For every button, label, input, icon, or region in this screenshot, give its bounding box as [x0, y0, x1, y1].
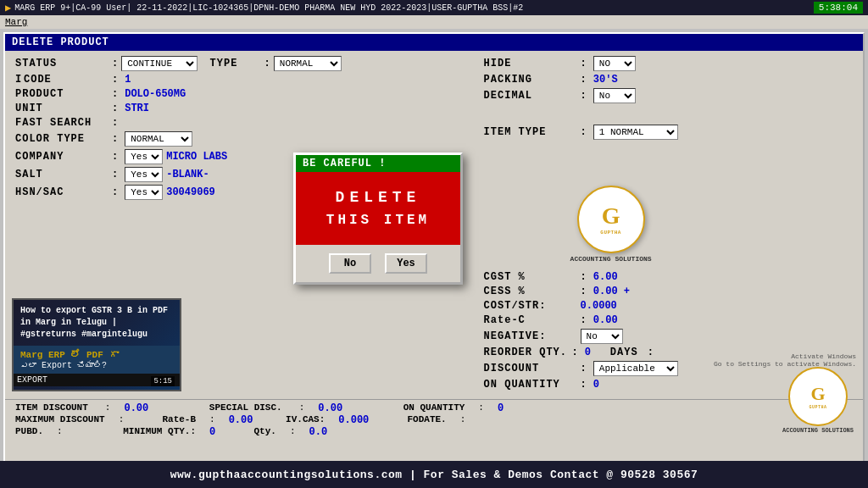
min-qty-label: MINIMUM QTY.: [123, 426, 196, 438]
item-type-select[interactable]: 1 NORMAL2 OTHER [593, 125, 678, 140]
bottom-bar: www.gupthaaccountingsolutions.com | For … [0, 461, 868, 488]
status-select[interactable]: CONTINUE INACTIVE DELETED [121, 56, 198, 71]
discount-select[interactable]: Applicable Not Applicable [593, 361, 678, 376]
iv-cas-label: IV.CAS: [286, 414, 325, 426]
logo-name-bottom: GUPTHA [809, 405, 826, 410]
modal-dialog: BE CAREFUL ! DELETE THIS ITEM No Yes [293, 152, 463, 285]
unit-value: STRI [125, 103, 149, 114]
status-label: STATUS [15, 58, 108, 69]
on-quantity-label: ON QUANTITY [484, 379, 577, 391]
modal-header: BE CAREFUL ! [296, 155, 460, 172]
decimal-select[interactable]: NoYes [593, 88, 636, 103]
decimal-row: DECIMAL : NoYes [484, 88, 856, 103]
logo-letter: G [602, 202, 620, 230]
fodate-label: FODATE. [408, 414, 447, 426]
spacer1 [484, 106, 856, 125]
code-value: 1 [125, 74, 131, 86]
packing-label: PACKING [484, 74, 577, 86]
on-quantity-value: 0 [593, 379, 599, 391]
discount-label: DISCOUNT [484, 363, 577, 374]
unit-label: UNIT [15, 103, 108, 114]
modal-buttons: No Yes [296, 245, 460, 282]
max-discount-label: MAXIMUM DISCOUNT [15, 414, 105, 426]
menu-bar[interactable]: Marg [0, 15, 868, 29]
cgst-row: CGST % : 6.00 [484, 271, 856, 283]
spacer3 [484, 154, 856, 166]
cost-str-label: COST/STR: [484, 300, 577, 312]
packing-value: 30'S [593, 74, 618, 86]
product-row: PRODUCT : DOLO-650MG [15, 88, 467, 100]
rate-c-value: 0.00 [593, 314, 618, 326]
status-row: STATUS : CONTINUE INACTIVE DELETED TYPE … [15, 56, 467, 71]
logo-letter-bottom: G [810, 383, 825, 405]
logo-subtitle: ACCOUNTING SOLUTIONS [570, 255, 652, 263]
code-row: I CODE : 1 [15, 74, 467, 86]
time-display: 5:38:04 [814, 3, 863, 13]
salt-value: -BLANK- [166, 169, 209, 180]
logo-circle-bottom: G GUPTHA [788, 367, 848, 426]
negative-label: NEGATIVE: [484, 330, 577, 342]
hsn-value: 30049069 [166, 186, 215, 198]
bottom-form-area: ITEM DISCOUNT : 0.00 SPECIAL DISC. : 0.0… [5, 399, 863, 441]
days-label: DAYS [610, 347, 644, 358]
item-discount-value: 0.00 [124, 402, 148, 414]
bottom-bar-text: www.gupthaaccountingsolutions.com | For … [170, 469, 698, 481]
rate-c-label: Rate-C [484, 314, 577, 326]
hide-row: HIDE : NOYES [484, 56, 856, 71]
cursor-indicator: I [15, 74, 24, 86]
title-bar: ▶ MARG ERP 9+|CA-99 User| 22-11-2022|LIC… [0, 0, 868, 15]
modal-yes-button[interactable]: Yes [385, 253, 427, 274]
video-title: How to export GSTR 3 B in PDF in Marg in… [14, 300, 180, 346]
hide-label: HIDE [484, 58, 577, 69]
item-type-label: ITEM TYPE [484, 126, 577, 138]
window-title: DELETE PRODUCT [5, 34, 863, 51]
menu-marg[interactable]: Marg [5, 17, 27, 27]
color-type-select[interactable]: NORMAL RED GREEN [125, 131, 192, 147]
modal-no-button[interactable]: No [329, 253, 371, 274]
hsn-yes-select[interactable]: YesNo [125, 185, 163, 200]
video-export-label: EXPORT [17, 375, 47, 385]
video-marg-label: Marg ERP లో PDF గా [20, 349, 173, 360]
negative-row: NEGATIVE: NoYes [484, 329, 856, 344]
packing-row: PACKING : 30'S [484, 74, 856, 86]
negative-select[interactable]: NoYes [581, 329, 623, 344]
iv-cas-value: 0.000 [338, 414, 369, 426]
company-name: MICRO LABS [166, 151, 227, 163]
bottom-row-2: MAXIMUM DISCOUNT : Rate-B : 0.00 IV.CAS:… [15, 414, 853, 426]
salt-label: SALT [15, 169, 108, 180]
modal-body: DELETE THIS ITEM [296, 172, 460, 245]
logo-name: GUPTHA [600, 230, 621, 236]
cess-label: CESS % [484, 286, 577, 297]
video-brand-area: Marg ERP లో PDF గా ఎలా Export చేయాలి? [14, 346, 180, 374]
cess-value: 0.00 + [593, 286, 630, 297]
min-order-value: 0.0 [309, 426, 327, 438]
unit-row: UNIT : STRI [15, 103, 467, 114]
special-disc-label: SPECIAL DISC. [209, 402, 282, 414]
modal-line2: THIS ITEM [304, 213, 452, 228]
decimal-label: DECIMAL [484, 90, 577, 102]
video-thumbnail[interactable]: How to export GSTR 3 B in PDF in Marg in… [12, 298, 181, 391]
main-window: DELETE PRODUCT STATUS : CONTINUE INACTIV… [3, 32, 865, 469]
hide-select[interactable]: NOYES [593, 56, 636, 71]
product-label: PRODUCT [15, 88, 108, 100]
rate-b-label: Rate-B [162, 414, 196, 426]
company-yes-select[interactable]: YesNo [125, 149, 163, 164]
reorder-value: 0 [585, 347, 610, 358]
cost-str-value: 0.0000 [581, 300, 617, 312]
spacer2 [484, 142, 856, 154]
rate-c-row: Rate-C : 0.00 [484, 314, 856, 326]
right-column: HIDE : NOYES PACKING : 30'S DECIMAL : No… [477, 51, 863, 398]
code-label: CODE [24, 74, 108, 86]
bottom-row-1: ITEM DISCOUNT : 0.00 SPECIAL DISC. : 0.0… [15, 402, 853, 414]
salt-yes-select[interactable]: YesNo [125, 167, 163, 182]
item-discount-label: ITEM DISCOUNT [15, 402, 88, 414]
special-disc-value: 0.00 [318, 402, 342, 414]
video-timer: 5:15 [151, 376, 175, 386]
item-type-row: ITEM TYPE : 1 NORMAL2 OTHER [484, 125, 856, 140]
type-select[interactable]: NORMAL OTHER [274, 56, 342, 71]
activate-windows-notice: Activate Windows Go to Settings to activ… [714, 352, 856, 368]
product-value: DOLO-650MG [125, 88, 186, 100]
title-bar-text: MARG ERP 9+|CA-99 User| 22-11-2022|LIC-1… [14, 3, 523, 13]
on-quantity-bottom-value: 0 [498, 402, 504, 414]
type-label: TYPE [210, 58, 261, 69]
